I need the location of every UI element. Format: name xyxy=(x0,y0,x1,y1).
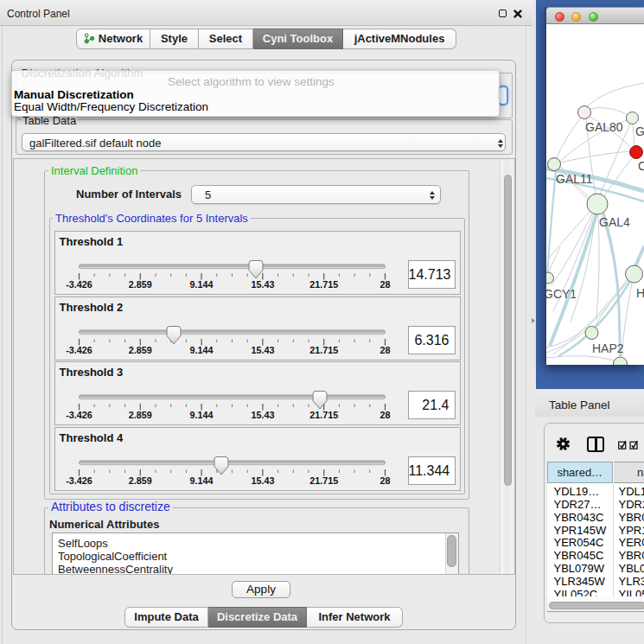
svg-text:-3.426: -3.426 xyxy=(66,475,92,486)
svg-text:-3.426: -3.426 xyxy=(66,345,92,355)
svg-text:9.144: 9.144 xyxy=(189,475,213,486)
svg-text:15.43: 15.43 xyxy=(251,345,274,355)
svg-text:-3.426: -3.426 xyxy=(66,279,92,290)
svg-text:21.715: 21.715 xyxy=(309,345,338,355)
svg-text:9.144: 9.144 xyxy=(189,345,213,355)
svg-text:2.859: 2.859 xyxy=(128,475,151,486)
svg-text:GAL80: GAL80 xyxy=(585,120,623,134)
svg-text:HA: HA xyxy=(636,286,644,300)
svg-text:28: 28 xyxy=(379,279,390,290)
svg-text:HAP2: HAP2 xyxy=(592,341,624,355)
svg-text:GAL4: GAL4 xyxy=(599,215,630,229)
svg-text:21.715: 21.715 xyxy=(309,410,338,420)
svg-text:21.715: 21.715 xyxy=(309,279,338,290)
svg-text:2.859: 2.859 xyxy=(128,279,151,290)
svg-text:28: 28 xyxy=(379,410,390,420)
svg-text:9.144: 9.144 xyxy=(189,410,213,420)
svg-text:CY: CY xyxy=(638,159,644,173)
svg-text:15.43: 15.43 xyxy=(251,410,274,420)
svg-text:28: 28 xyxy=(379,475,390,486)
svg-text:2.859: 2.859 xyxy=(128,410,151,420)
svg-text:2.859: 2.859 xyxy=(128,345,151,355)
svg-text:-3.426: -3.426 xyxy=(66,410,92,420)
svg-text:GAL11: GAL11 xyxy=(556,172,593,186)
svg-text:21.715: 21.715 xyxy=(309,475,338,486)
svg-text:28: 28 xyxy=(379,345,390,355)
svg-text:15.43: 15.43 xyxy=(251,475,274,486)
svg-text:9.144: 9.144 xyxy=(189,279,213,290)
svg-text:GA: GA xyxy=(635,124,644,138)
svg-text:15.43: 15.43 xyxy=(251,279,274,290)
svg-text:GCY1: GCY1 xyxy=(546,287,577,301)
